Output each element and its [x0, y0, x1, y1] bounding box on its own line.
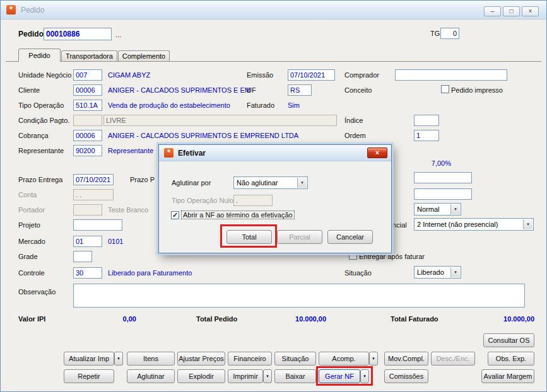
baixar-button[interactable]: Baixar [274, 369, 316, 383]
representante-field[interactable]: 90200 [73, 145, 102, 156]
uf-field[interactable]: RS [288, 84, 312, 96]
representante-desc: Representante [108, 147, 153, 154]
grade-field[interactable] [73, 251, 92, 262]
valor-ipi-label: Valor IPI [18, 315, 45, 323]
unidade-negocio-field[interactable]: 007 [73, 69, 102, 81]
ordem-field[interactable]: 1 [414, 130, 439, 141]
comissoes-button[interactable]: Comissões [384, 369, 428, 383]
presencial-select[interactable]: 2 Internet (não presencial) ▼ [414, 218, 534, 231]
obs-exp-button[interactable]: Obs. Exp. [488, 352, 534, 366]
extra-field-2[interactable] [414, 188, 472, 200]
tab-separator [6, 61, 541, 62]
window-titlebar: * Pedido – □ × [1, 1, 546, 20]
uf-label: UF [247, 86, 256, 94]
efetivar-dialog: * Efetivar × Aglutinar por Não aglutinar… [158, 144, 392, 253]
pedido-header-label: Pedido [18, 30, 44, 38]
gerar-nf-button[interactable]: Gerar NF [319, 369, 360, 383]
consultar-os-button[interactable]: Consultar OS [483, 333, 534, 347]
cobranca-label: Cobrança [18, 132, 49, 139]
chevron-down-icon: ▼ [450, 267, 460, 277]
efetivar-close-button[interactable]: × [367, 147, 387, 158]
atualizar-imp-button[interactable]: Atualizar Imp [64, 352, 114, 366]
imprimir-button[interactable]: Imprimir [228, 369, 263, 383]
situacao-select[interactable]: Liberado ▼ [414, 266, 461, 279]
controle-field[interactable]: 30 [73, 267, 102, 279]
conta-label: Conta [18, 191, 37, 199]
app-icon: * [6, 5, 16, 14]
comprador-field[interactable] [395, 69, 507, 81]
parcial-button: Parcial [277, 230, 322, 244]
abrir-nf-label[interactable]: Abrir a NF ao término da efetivação [182, 211, 294, 219]
total-pedido-label: Total Pedido [196, 315, 237, 323]
abrir-nf-checkbox[interactable]: ✓ [171, 211, 179, 219]
portador-desc: Teste Branco [108, 206, 148, 214]
chevron-down-icon: ▼ [523, 219, 532, 229]
financeiro-button[interactable]: Financeiro [228, 352, 272, 366]
portador-field [73, 204, 102, 216]
comissao-percent-value: 7,00% [409, 159, 451, 167]
condicao-pagto-desc-field: LIVRE [103, 115, 337, 126]
tab-pedido[interactable]: Pedido [18, 49, 61, 62]
acomp-button[interactable]: Acomp. [319, 352, 369, 366]
mercado-desc: 0101 [108, 238, 123, 245]
avaliar-margem-button[interactable]: Avaliar Margem [481, 369, 534, 383]
pedido-number-field[interactable]: 00010886 [44, 28, 112, 40]
chevron-down-icon: ▼ [450, 204, 460, 214]
explodir-button[interactable]: Explodir [177, 369, 225, 383]
extra-field-1[interactable] [414, 172, 472, 183]
cancelar-button[interactable]: Cancelar [327, 230, 373, 244]
aglutinar-por-label: Aglutinar por [172, 179, 211, 187]
mercado-field[interactable]: 01 [73, 236, 102, 247]
condicao-pagto-code-field [73, 115, 102, 126]
comprador-label: Comprador [344, 71, 379, 79]
emissao-field[interactable]: 07/10/2021 [288, 69, 335, 81]
minimize-button[interactable]: – [484, 6, 501, 16]
efetivar-dialog-title: Efetivar [178, 149, 206, 158]
controle-label: Controle [18, 269, 45, 277]
tab-transportadora[interactable]: Transportadora [61, 50, 117, 62]
observacao-field[interactable] [73, 284, 525, 308]
condicao-pagto-label: Condição Pagto. [18, 117, 69, 124]
prazo-p-label: Prazo P [130, 176, 155, 183]
indice-label: Índice [344, 117, 363, 124]
aglutinar-por-select[interactable]: Não aglutinar ▼ [233, 176, 308, 189]
desc-enc-button: Desc./Enc. [431, 352, 475, 366]
tipo-operacao-field[interactable]: 510.1A [73, 100, 102, 111]
cliente-field[interactable]: 00006 [73, 84, 102, 96]
mov-compl-button[interactable]: Mov.Compl. [384, 352, 428, 366]
mercado-label: Mercado [18, 238, 45, 245]
acomp-dropdown-icon[interactable]: ▼ [369, 352, 378, 366]
indice-field[interactable] [414, 115, 439, 126]
unidade-negocio-desc: CIGAM ABYZ [108, 71, 150, 79]
repetir-button[interactable]: Repetir [64, 369, 114, 383]
atualizar-imp-dropdown-icon[interactable]: ▼ [114, 352, 123, 366]
tipo-frete-select[interactable]: Normal ▼ [414, 203, 461, 216]
total-button[interactable]: Total [226, 230, 272, 244]
close-button[interactable]: × [522, 6, 539, 16]
tab-complemento[interactable]: Complemento [118, 50, 170, 62]
total-pedido-value: 10.000,00 [278, 315, 326, 323]
conta-field: . . [73, 189, 114, 200]
valor-ipi-value: 0,00 [89, 315, 136, 323]
pedido-window: * Pedido – □ × Pedido 00010886 ... TG 0 … [0, 0, 547, 392]
tg-label: TG [430, 30, 440, 37]
grade-label: Grade [18, 253, 38, 260]
chevron-down-icon: ▼ [297, 178, 307, 188]
gerar-nf-dropdown-icon[interactable]: ▼ [360, 369, 369, 383]
pedido-impresso-checkbox[interactable] [441, 85, 449, 93]
ajustar-precos-button[interactable]: Ajustar Preços [177, 352, 225, 366]
maximize-button[interactable]: □ [503, 6, 520, 16]
itens-button[interactable]: Itens [127, 352, 175, 366]
tg-field[interactable]: 0 [440, 28, 459, 39]
window-title: Pedido [21, 6, 44, 14]
prazo-entrega-field[interactable]: 07/10/2021 [73, 174, 114, 185]
imprimir-dropdown-icon[interactable]: ▼ [263, 369, 272, 383]
aglutinar-button[interactable]: Aglutinar [127, 369, 175, 383]
pedido-lookup-button[interactable]: ... [115, 31, 121, 38]
situacao-button[interactable]: Situação [274, 352, 316, 366]
cobranca-field[interactable]: 00006 [73, 130, 102, 141]
situacao-label: Situação [344, 269, 372, 277]
total-faturado-label: Total Faturado [391, 315, 438, 323]
faturado-value: Sim [288, 101, 300, 109]
projeto-field[interactable] [73, 219, 122, 231]
